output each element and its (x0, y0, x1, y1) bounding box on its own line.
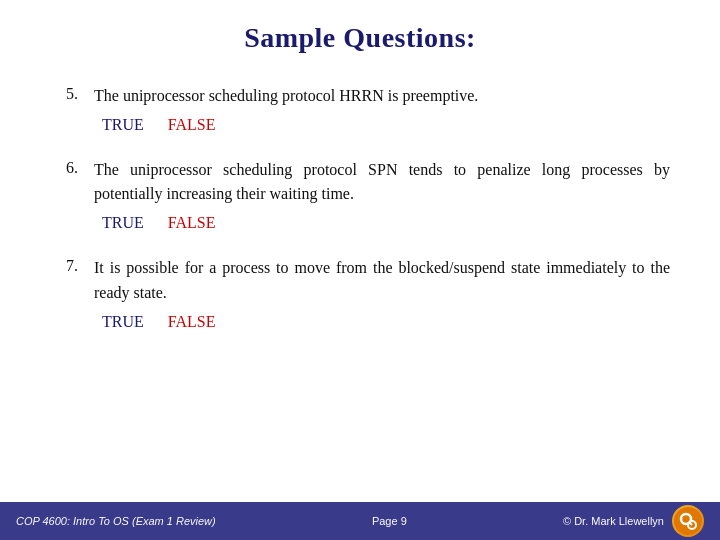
q5-number: 5. (50, 84, 78, 138)
question-6: 6. The uniprocessor scheduling protocol … (50, 148, 670, 246)
q6-false: FALSE (168, 211, 216, 236)
q6-answers: TRUE FALSE (94, 211, 670, 236)
q5-false: FALSE (168, 113, 216, 138)
slide-title: Sample Questions: (40, 22, 680, 54)
q7-number: 7. (50, 256, 78, 334)
footer-right-area: © Dr. Mark Llewellyn (563, 505, 704, 537)
slide-footer: COP 4600: Intro To OS (Exam 1 Review) Pa… (0, 502, 720, 540)
q6-number: 6. (50, 158, 78, 236)
q5-answers: TRUE FALSE (94, 113, 670, 138)
svg-point-0 (674, 507, 702, 535)
footer-center-text: Page 9 (372, 515, 407, 527)
slide-header: Sample Questions: (0, 0, 720, 64)
footer-left-text: COP 4600: Intro To OS (Exam 1 Review) (16, 515, 216, 527)
slide-body: 5. The uniprocessor scheduling protocol … (0, 64, 720, 502)
q5-content: The uniprocessor scheduling protocol HRR… (94, 84, 670, 138)
q7-false: FALSE (168, 310, 216, 335)
q6-true: TRUE (102, 211, 144, 236)
q7-content: It is possible for a process to move fro… (94, 256, 670, 334)
question-7: 7. It is possible for a process to move … (50, 246, 670, 344)
logo-icon (673, 506, 703, 536)
q7-text: It is possible for a process to move fro… (94, 256, 670, 306)
q7-answers: TRUE FALSE (94, 310, 670, 335)
footer-right-text: © Dr. Mark Llewellyn (563, 515, 664, 527)
q6-text: The uniprocessor scheduling protocol SPN… (94, 158, 670, 208)
q6-content: The uniprocessor scheduling protocol SPN… (94, 158, 670, 236)
q5-true: TRUE (102, 113, 144, 138)
q7-true: TRUE (102, 310, 144, 335)
footer-logo (672, 505, 704, 537)
q5-text: The uniprocessor scheduling protocol HRR… (94, 84, 670, 109)
question-5: 5. The uniprocessor scheduling protocol … (50, 74, 670, 148)
slide: Sample Questions: 5. The uniprocessor sc… (0, 0, 720, 540)
